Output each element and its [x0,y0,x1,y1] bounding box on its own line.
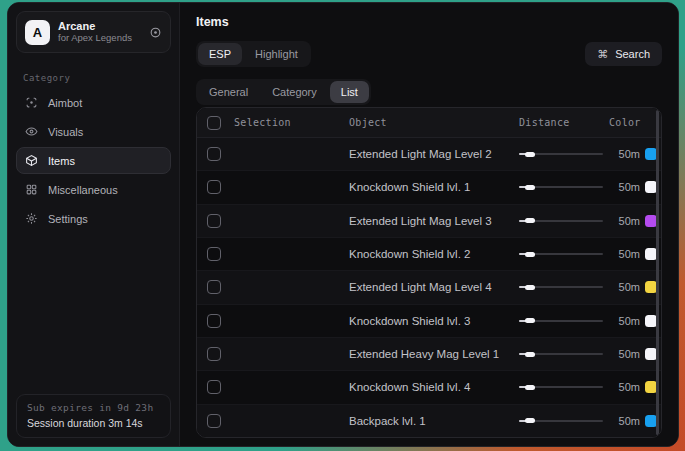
tab-esp[interactable]: ESP [198,43,242,65]
sidebar: A Arcane for Apex Legends Category Aimbo… [8,3,180,446]
color-swatch[interactable] [645,148,657,160]
tab-general[interactable]: General [198,81,259,103]
sidebar-item-items[interactable]: Items [16,147,171,174]
distance-value: 50m [607,415,640,427]
search-button[interactable]: ⌘ Search [585,42,662,66]
tab-highlight[interactable]: Highlight [244,43,309,65]
table-body: Extended Light Mag Level 2 50m Knockdown… [197,138,661,437]
row-checkbox[interactable] [207,247,221,261]
color-swatch[interactable] [645,381,657,393]
row-checkbox[interactable] [207,214,221,228]
settings-icon [25,212,39,226]
mode-tab-group: ESPHighlight [196,41,311,67]
object-name: Knockdown Shield lvl. 1 [349,181,519,193]
sidebar-item-label: Aimbot [48,97,82,109]
table-row: Knockdown Shield lvl. 2 50m [197,238,661,271]
object-name: Knockdown Shield lvl. 4 [349,381,519,393]
distance-value: 50m [607,181,640,193]
distance-value: 50m [607,281,640,293]
slider-thumb[interactable] [525,352,535,357]
distance-slider[interactable] [519,382,603,392]
command-icon: ⌘ [597,48,608,61]
distance-slider[interactable] [519,316,603,326]
sidebar-item-visuals[interactable]: Visuals [16,118,171,145]
slider-thumb[interactable] [525,185,535,190]
slider-thumb[interactable] [525,252,535,257]
distance-slider[interactable] [519,216,603,226]
table-scrollbar[interactable] [656,110,659,435]
view-tab-group: GeneralCategoryList [196,79,371,105]
sub-expiry-text: Sub expires in 9d 23h [27,402,160,413]
row-checkbox[interactable] [207,380,221,394]
sidebar-item-label: Visuals [48,126,83,138]
row-checkbox[interactable] [207,314,221,328]
row-checkbox[interactable] [207,414,221,428]
table-row: Knockdown Shield lvl. 3 50m [197,305,661,338]
slider-thumb[interactable] [525,218,535,223]
table-row: Extended Heavy Mag Level 1 50m [197,338,661,371]
main-panel: Items ESPHighlight ⌘ Search GeneralCateg… [180,3,678,446]
distance-value: 50m [607,215,640,227]
aimbot-icon [25,96,39,110]
column-header-distance: Distance [519,117,607,128]
color-swatch[interactable] [645,348,657,360]
distance-slider[interactable] [519,349,603,359]
table-row: Backpack lvl. 1 50m [197,405,661,437]
column-header-color: Color [607,117,661,128]
sidebar-item-label: Miscellaneous [48,184,118,196]
color-swatch[interactable] [645,315,657,327]
sidebar-item-miscellaneous[interactable]: Miscellaneous [16,176,171,203]
app-subtitle: for Apex Legends [58,33,141,44]
brand-text: Arcane for Apex Legends [58,20,141,44]
tab-list[interactable]: List [330,81,369,103]
object-name: Extended Light Mag Level 3 [349,215,519,227]
color-swatch[interactable] [645,415,657,427]
table-row: Extended Light Mag Level 3 50m [197,205,661,238]
column-header-object: Object [349,117,519,128]
color-swatch[interactable] [645,281,657,293]
distance-slider[interactable] [519,149,603,159]
slider-thumb[interactable] [525,418,535,423]
subscription-card: Sub expires in 9d 23h Session duration 3… [16,394,171,438]
sidebar-item-settings[interactable]: Settings [16,205,171,232]
object-name: Extended Light Mag Level 2 [349,148,519,160]
slider-thumb[interactable] [525,152,535,157]
row-checkbox[interactable] [207,180,221,194]
distance-slider[interactable] [519,182,603,192]
table-header: Selection Object Distance Color [197,108,661,138]
sidebar-item-label: Items [48,155,75,167]
distance-slider[interactable] [519,282,603,292]
slider-thumb[interactable] [525,285,535,290]
table-row: Knockdown Shield lvl. 4 50m [197,371,661,404]
object-name: Backpack lvl. 1 [349,415,519,427]
object-name: Knockdown Shield lvl. 3 [349,315,519,327]
slider-thumb[interactable] [525,385,535,390]
sidebar-nav: AimbotVisualsItemsMiscellaneousSettings [8,89,179,232]
distance-value: 50m [607,348,640,360]
sidebar-item-aimbot[interactable]: Aimbot [16,89,171,116]
color-swatch[interactable] [645,215,657,227]
row-checkbox[interactable] [207,147,221,161]
column-header-selection: Selection [234,117,291,128]
color-swatch[interactable] [645,248,657,260]
row-checkbox[interactable] [207,280,221,294]
page-title: Items [196,15,662,29]
color-swatch[interactable] [645,181,657,193]
app-logo: A [25,20,50,45]
items-table: Selection Object Distance Color Extended… [196,107,662,438]
distance-slider[interactable] [519,249,603,259]
slider-thumb[interactable] [525,318,535,323]
distance-slider[interactable] [519,416,603,426]
distance-value: 50m [607,148,640,160]
select-all-checkbox[interactable] [207,116,221,130]
brand-card: A Arcane for Apex Legends [16,11,171,53]
sidebar-item-label: Settings [48,213,88,225]
target-badge-icon[interactable] [149,26,162,39]
row-checkbox[interactable] [207,347,221,361]
object-name: Knockdown Shield lvl. 2 [349,248,519,260]
table-row: Knockdown Shield lvl. 1 50m [197,171,661,204]
search-button-label: Search [615,48,650,60]
app-name: Arcane [58,20,141,33]
tab-category[interactable]: Category [261,81,328,103]
distance-value: 50m [607,381,640,393]
